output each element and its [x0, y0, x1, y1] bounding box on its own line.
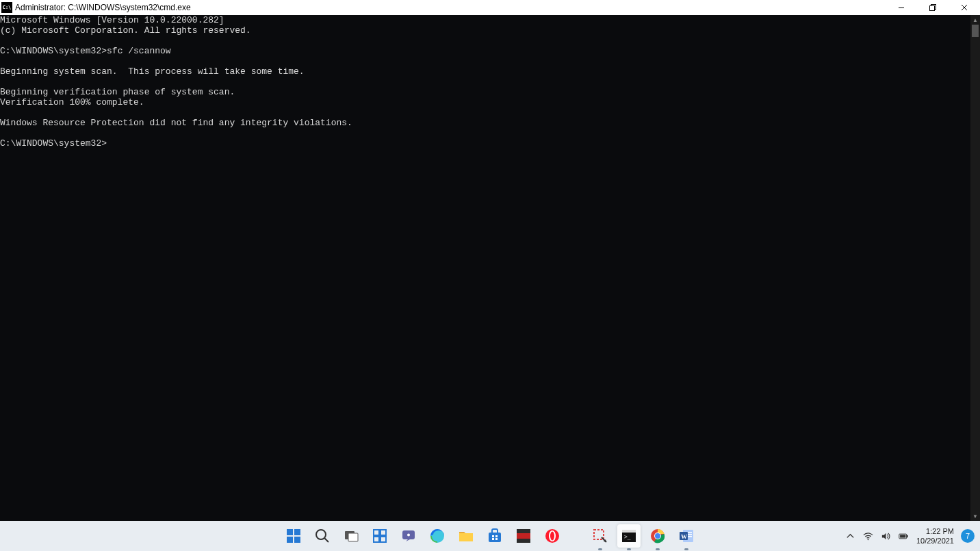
svg-rect-20	[489, 533, 501, 542]
chat-icon	[400, 528, 417, 544]
svg-text:W: W	[681, 533, 687, 540]
console-line: C:\WINDOWS\system32>sfc /scannow	[0, 46, 171, 56]
word-icon: W	[678, 528, 695, 544]
cmd-icon: >_	[621, 528, 637, 544]
speaker-icon	[881, 531, 891, 541]
console-line: Beginning verification phase of system s…	[0, 87, 235, 97]
start-button[interactable]	[282, 524, 305, 548]
file-explorer-button[interactable]	[454, 524, 478, 548]
app-red-button[interactable]	[512, 524, 535, 548]
svg-rect-23	[492, 538, 494, 540]
cmd-app-icon: C:\	[1, 2, 12, 13]
tray-time: 1:22 PM	[916, 526, 954, 536]
svg-rect-26	[517, 533, 530, 539]
chevron-up-icon	[845, 531, 855, 541]
window-titlebar: C:\ Administrator: C:\WINDOWS\system32\c…	[0, 0, 980, 15]
wifi-icon	[863, 531, 873, 541]
opera-button[interactable]	[541, 524, 564, 548]
console-line: Verification 100% complete.	[0, 97, 144, 107]
close-button[interactable]	[949, 0, 980, 15]
scroll-down-arrow-icon[interactable]: ▼	[970, 511, 980, 521]
tray-date: 10/29/2021	[916, 536, 954, 546]
console-line: Beginning system scan. This process will…	[0, 66, 305, 77]
svg-point-38	[655, 533, 660, 539]
search-button[interactable]	[311, 524, 334, 548]
svg-text:>_: >_	[624, 534, 631, 540]
console-line: Windows Resource Protection did not find…	[0, 118, 352, 128]
notification-center-button[interactable]: 7	[961, 529, 975, 543]
clock-button[interactable]: 1:22 PM 10/29/2021	[916, 526, 954, 546]
edge-button[interactable]	[426, 524, 449, 548]
svg-point-45	[868, 539, 869, 540]
microsoft-store-button[interactable]	[483, 524, 506, 548]
svg-rect-12	[348, 533, 358, 541]
battery-icon	[899, 531, 909, 541]
store-icon	[487, 528, 503, 544]
taskbar: >_ W	[0, 521, 980, 551]
console-window: Microsoft Windows [Version 10.0.22000.28…	[0, 15, 980, 521]
opera-icon	[544, 528, 560, 544]
edge-icon	[429, 528, 446, 544]
svg-rect-15	[374, 537, 379, 542]
volume-button[interactable]	[881, 530, 892, 541]
svg-rect-6	[294, 529, 300, 535]
svg-rect-16	[381, 537, 386, 542]
task-view-icon	[343, 528, 359, 544]
window-title: Administrator: C:\WINDOWS\system32\cmd.e…	[15, 3, 886, 12]
console-line: Microsoft Windows [Version 10.0.22000.28…	[0, 15, 224, 25]
snipping-tool-button[interactable]	[589, 524, 612, 548]
console-output[interactable]: Microsoft Windows [Version 10.0.22000.28…	[0, 15, 970, 521]
vertical-scrollbar[interactable]: ▲ ▼	[970, 15, 980, 521]
chat-button[interactable]	[397, 524, 420, 548]
svg-rect-34	[622, 530, 636, 533]
widgets-icon	[372, 528, 388, 544]
svg-rect-24	[495, 538, 498, 540]
svg-point-18	[407, 534, 410, 537]
search-icon	[314, 528, 331, 544]
cmd-taskbar-button[interactable]: >_	[617, 524, 641, 548]
svg-rect-14	[381, 530, 386, 535]
widgets-button[interactable]	[368, 524, 391, 548]
svg-rect-49	[901, 535, 906, 537]
console-line: (c) Microsoft Corporation. All rights re…	[0, 25, 251, 36]
system-tray: 1:22 PM 10/29/2021 7	[845, 521, 980, 551]
task-view-button[interactable]	[339, 524, 363, 548]
svg-rect-7	[287, 537, 293, 543]
word-button[interactable]: W	[675, 524, 698, 548]
scrollbar-thumb[interactable]	[972, 25, 979, 37]
maximize-button[interactable]	[917, 0, 949, 15]
window-controls	[886, 0, 980, 15]
svg-marker-46	[882, 533, 886, 539]
tray-overflow-button[interactable]	[845, 530, 856, 541]
windows-logo-icon	[285, 528, 302, 544]
taskbar-center-group: >_ W	[282, 521, 698, 551]
app-red-icon	[515, 528, 532, 544]
svg-rect-21	[492, 535, 494, 537]
svg-line-10	[324, 538, 328, 542]
minimize-button[interactable]	[886, 0, 917, 15]
chrome-button[interactable]	[646, 524, 669, 548]
console-line: C:\WINDOWS\system32>	[0, 138, 107, 149]
svg-rect-8	[294, 537, 300, 543]
svg-rect-2	[930, 6, 935, 11]
snip-icon	[592, 528, 608, 544]
svg-rect-13	[374, 530, 379, 535]
wifi-button[interactable]	[863, 530, 874, 541]
chrome-icon	[649, 528, 666, 544]
svg-point-9	[316, 530, 326, 539]
svg-rect-48	[907, 535, 909, 537]
folder-icon	[458, 528, 474, 544]
svg-rect-22	[495, 535, 498, 537]
svg-point-29	[550, 532, 554, 541]
battery-button[interactable]	[899, 530, 910, 541]
svg-rect-5	[287, 529, 293, 535]
scroll-up-arrow-icon[interactable]: ▲	[970, 15, 980, 25]
